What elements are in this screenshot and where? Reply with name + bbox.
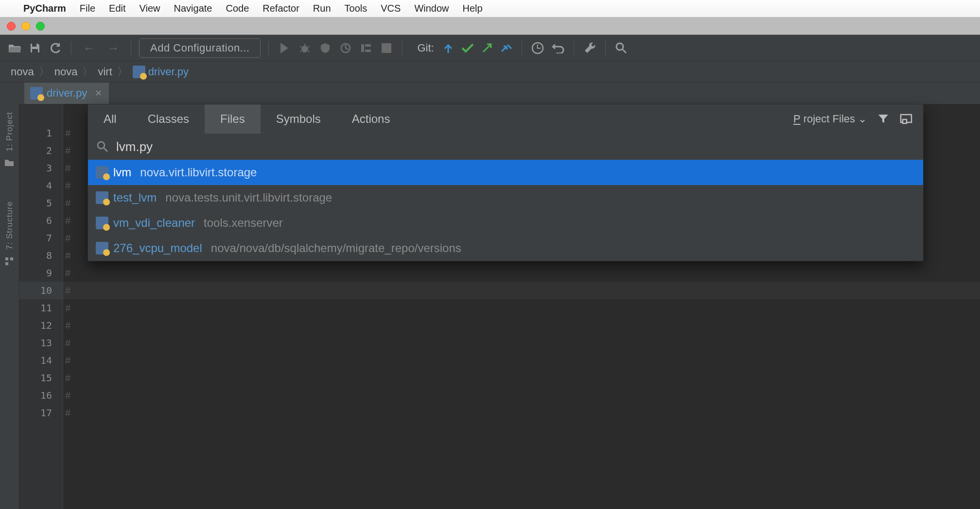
zoom-window-icon[interactable] xyxy=(36,22,45,31)
chevron-right-icon: 〉 xyxy=(82,65,93,79)
svg-rect-4 xyxy=(361,44,364,52)
folder-icon xyxy=(4,158,15,169)
svg-rect-0 xyxy=(32,44,36,47)
python-file-icon xyxy=(30,87,43,100)
separator xyxy=(71,41,71,55)
git-history-icon[interactable] xyxy=(499,41,514,55)
gutter: 1 2 3 4 5 6 7 8 9 10 11 12 13 14 15 16 1… xyxy=(19,104,63,509)
python-file-icon xyxy=(96,217,108,229)
line-number: 11 xyxy=(19,299,63,317)
search-tab-actions[interactable]: Actions xyxy=(336,104,406,134)
search-icon[interactable] xyxy=(613,40,629,56)
search-tab-symbols[interactable]: Symbols xyxy=(261,104,336,134)
menu-help[interactable]: Help xyxy=(463,3,483,14)
close-tab-icon[interactable]: ✕ xyxy=(95,88,102,99)
line-number: 6 xyxy=(19,212,63,229)
stop-icon[interactable] xyxy=(379,40,394,56)
menu-window[interactable]: Window xyxy=(414,3,449,14)
main-toolbar: ← → Add Configuration... Git: xyxy=(0,35,980,61)
result-path: nova.virt.libvirt.storage xyxy=(140,166,257,179)
separator xyxy=(605,41,606,55)
pin-icon[interactable] xyxy=(900,114,912,124)
result-name: 276_vcpu_model xyxy=(113,241,202,255)
line-number: 12 xyxy=(19,317,63,334)
clock-icon[interactable] xyxy=(530,40,545,56)
editor-tab[interactable]: driver.py ✕ xyxy=(24,83,109,104)
result-path: nova.tests.unit.virt.libvirt.storage xyxy=(165,191,332,204)
structure-icon xyxy=(4,256,15,267)
scope-dropdown[interactable]: Project Files ⌄ xyxy=(793,113,867,125)
profile-icon[interactable] xyxy=(338,40,353,56)
search-tab-all[interactable]: All xyxy=(88,104,132,134)
search-result[interactable]: test_lvm nova.tests.unit.virt.libvirt.st… xyxy=(88,185,923,210)
svg-point-2 xyxy=(301,46,308,52)
menu-run[interactable]: Run xyxy=(313,3,331,14)
close-window-icon[interactable] xyxy=(7,22,16,31)
menu-tools[interactable]: Tools xyxy=(345,3,368,14)
search-tab-classes[interactable]: Classes xyxy=(132,104,205,134)
separator xyxy=(522,41,522,55)
crumb-file[interactable]: driver.py xyxy=(148,66,189,78)
structure-tool-button[interactable]: 7: Structure xyxy=(5,196,15,253)
search-tab-files[interactable]: Files xyxy=(205,104,261,134)
window-titlebar xyxy=(0,17,980,35)
minimize-window-icon[interactable] xyxy=(21,22,30,31)
tool-window-rail: 1: Project 7: Structure xyxy=(0,104,19,509)
step-icon[interactable] xyxy=(358,40,374,56)
search-result[interactable]: 276_vcpu_model nova/nova/db/sqlalchemy/m… xyxy=(88,236,923,261)
wrench-icon[interactable] xyxy=(582,40,597,56)
line-number: 4 xyxy=(19,177,63,194)
filter-icon[interactable] xyxy=(877,113,889,125)
svg-rect-10 xyxy=(5,257,8,260)
line-number: 3 xyxy=(19,159,63,177)
svg-rect-12 xyxy=(5,262,8,265)
svg-point-15 xyxy=(98,142,105,149)
git-update-icon[interactable] xyxy=(441,41,455,55)
menu-refactor[interactable]: Refactor xyxy=(262,3,299,14)
search-input-row xyxy=(88,134,923,160)
crumb-item[interactable]: nova xyxy=(54,66,78,78)
nav-back-icon[interactable]: ← xyxy=(79,41,99,55)
debug-icon[interactable] xyxy=(297,40,313,56)
app-name: PyCharm xyxy=(23,3,66,14)
result-name: lvm xyxy=(113,166,131,179)
separator xyxy=(131,41,131,55)
menu-file[interactable]: File xyxy=(80,3,95,14)
menu-edit[interactable]: Edit xyxy=(109,3,125,14)
search-result[interactable]: lvm nova.virt.libvirt.storage xyxy=(88,160,923,185)
menu-vcs[interactable]: VCS xyxy=(381,3,401,14)
line-number: 5 xyxy=(19,194,63,212)
line-number: 10 xyxy=(19,282,63,299)
tab-label: driver.py xyxy=(47,87,87,100)
svg-rect-11 xyxy=(10,257,13,260)
run-icon[interactable] xyxy=(277,40,292,56)
line-number: 8 xyxy=(19,247,63,264)
menu-navigate[interactable]: Navigate xyxy=(174,3,212,14)
undo-icon[interactable] xyxy=(550,40,566,56)
menu-code[interactable]: Code xyxy=(226,3,249,14)
git-commit-icon[interactable] xyxy=(460,41,475,55)
svg-rect-7 xyxy=(382,43,391,53)
scope-label: roject Files xyxy=(804,113,855,125)
main-area: 1: Project 7: Structure Package r ddlewa… xyxy=(0,104,980,509)
save-icon[interactable] xyxy=(27,40,43,56)
sync-icon[interactable] xyxy=(48,40,63,56)
git-label: Git: xyxy=(417,42,434,54)
search-result[interactable]: vm_vdi_cleaner tools.xenserver xyxy=(88,210,923,236)
editor-tabs: driver.py ✕ xyxy=(0,83,980,104)
menu-view[interactable]: View xyxy=(140,3,160,14)
crumb-root[interactable]: nova xyxy=(11,66,34,78)
coverage-icon[interactable] xyxy=(317,40,333,56)
python-file-icon xyxy=(133,66,145,78)
line-number: 17 xyxy=(19,404,63,422)
scope-mnemonic: P xyxy=(793,113,801,125)
project-tool-button[interactable]: 1: Project xyxy=(5,107,15,154)
add-configuration-button[interactable]: Add Configuration... xyxy=(139,38,261,58)
crumb-item[interactable]: virt xyxy=(98,66,112,78)
nav-forward-icon[interactable]: → xyxy=(104,41,123,55)
open-icon[interactable] xyxy=(7,40,22,56)
result-name: vm_vdi_cleaner xyxy=(113,216,195,230)
line-number: 15 xyxy=(19,369,63,387)
search-input[interactable] xyxy=(116,139,914,154)
git-push-icon[interactable] xyxy=(480,41,494,55)
